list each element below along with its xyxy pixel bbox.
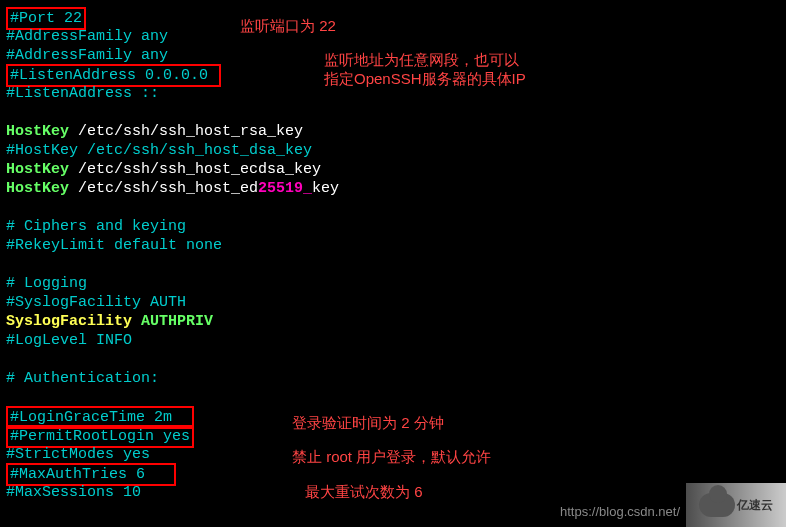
config-line: # Authentication: xyxy=(6,369,780,388)
blank-line xyxy=(6,388,780,407)
annotation-maxauth: 最大重试次数为 6 xyxy=(305,482,423,501)
watermark-logo: 亿速云 xyxy=(686,483,786,527)
blank-line xyxy=(6,255,780,274)
config-line-syslog: SyslogFacility AUTHPRIV xyxy=(6,312,780,331)
config-line: #RekeyLimit default none xyxy=(6,236,780,255)
annotation-listen-2: 指定OpenSSH服务器的具体IP xyxy=(324,69,526,88)
config-line-hostkey: HostKey /etc/ssh/ssh_host_rsa_key xyxy=(6,122,780,141)
blank-line xyxy=(6,350,780,369)
logo-text: 亿速云 xyxy=(737,496,773,515)
config-line-hostkey: HostKey /etc/ssh/ssh_host_ecdsa_key xyxy=(6,160,780,179)
config-line: # Ciphers and keying xyxy=(6,217,780,236)
config-line-hostkey: HostKey /etc/ssh/ssh_host_ed25519_key xyxy=(6,179,780,198)
annotation-rootlogin: 禁止 root 用户登录，默认允许 xyxy=(292,447,491,466)
config-line: #SyslogFacility AUTH xyxy=(6,293,780,312)
config-line: #HostKey /etc/ssh/ssh_host_dsa_key xyxy=(6,141,780,160)
config-line-maxauth: #MaxAuthTries 6 xyxy=(6,464,780,483)
config-line-port: #Port 22 xyxy=(6,8,780,27)
config-line: #AddressFamily any xyxy=(6,27,780,46)
config-line: #LogLevel INFO xyxy=(6,331,780,350)
watermark-url: https://blog.csdn.net/ xyxy=(560,502,680,521)
cloud-icon xyxy=(699,493,735,517)
annotation-port: 监听端口为 22 xyxy=(240,16,336,35)
config-line: # Logging xyxy=(6,274,780,293)
annotation-listen-1: 监听地址为任意网段，也可以 xyxy=(324,50,519,69)
annotation-gracetime: 登录验证时间为 2 分钟 xyxy=(292,413,444,432)
blank-line xyxy=(6,103,780,122)
blank-line xyxy=(6,198,780,217)
